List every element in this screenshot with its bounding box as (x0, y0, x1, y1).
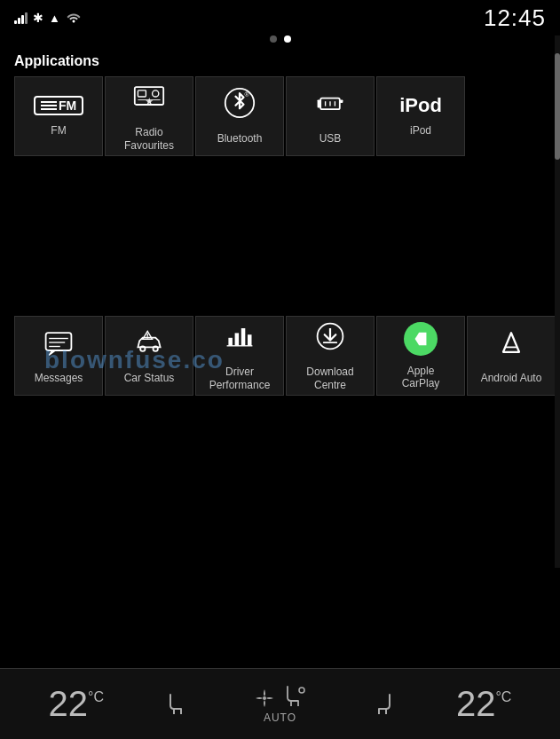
status-icons: ✱ ▲ (14, 11, 82, 26)
fan-seat-icons (254, 685, 307, 711)
svg-marker-29 (415, 332, 427, 345)
wifi-icon (66, 11, 82, 26)
page-indicator (0, 35, 560, 43)
apps-grid-row2: Messages Car Status (0, 316, 560, 396)
svg-point-2 (153, 90, 159, 97)
app-tile-car-status[interactable]: Car Status (105, 316, 193, 396)
climate-auto-control[interactable]: AUTO (254, 685, 307, 724)
app-tile-bluetooth[interactable]: ® Bluetooth (195, 76, 284, 156)
usb-label: USB (319, 132, 342, 145)
car-status-icon (133, 326, 165, 366)
gps-icon: ▲ (49, 12, 60, 25)
bluetooth-icon: ® (224, 87, 256, 127)
page-dot-1[interactable] (270, 35, 277, 43)
apps-grid-row1: FM FM RadioFavourites ® (0, 76, 560, 156)
svg-marker-4 (146, 98, 153, 105)
app-tile-driver-performance[interactable]: DriverPerformance (195, 316, 284, 396)
usb-icon (314, 87, 346, 127)
radio-favourites-icon (133, 81, 165, 121)
svg-rect-13 (46, 333, 72, 350)
temp-right-unit: °C (495, 689, 511, 705)
section-title-applications: Applications (0, 50, 560, 76)
download-centre-icon (314, 320, 346, 360)
seat-left-icon[interactable] (165, 691, 192, 718)
fm-icon: FM (34, 96, 83, 119)
car-status-label: Car Status (124, 372, 175, 384)
bottom-bar: 22 °C AUTO (0, 668, 560, 739)
app-tile-apple-carplay[interactable]: AppleCarPlay (376, 316, 465, 396)
page-dot-2[interactable] (284, 35, 291, 43)
temp-right-value: 22 (456, 684, 496, 724)
svg-point-18 (154, 347, 158, 351)
svg-point-20 (147, 338, 148, 339)
temp-left-value: 22 (49, 684, 89, 724)
apple-carplay-label: AppleCarPlay (402, 365, 440, 390)
bluetooth-status-icon: ✱ (33, 11, 43, 25)
svg-point-17 (140, 347, 145, 351)
driver-performance-icon (224, 320, 256, 360)
apple-carplay-icon-wrapper (404, 322, 438, 359)
temp-left-display: 22 °C (49, 684, 104, 724)
app-tile-android-auto[interactable]: Android Auto (467, 316, 556, 396)
scrollbar-thumb[interactable] (555, 53, 560, 160)
svg-point-32 (299, 688, 304, 693)
clock: 12:45 (484, 4, 546, 32)
app-tile-fm[interactable]: FM FM (14, 76, 103, 156)
scrollbar[interactable] (555, 35, 560, 568)
messages-icon (43, 326, 75, 366)
svg-point-31 (263, 696, 266, 700)
app-tile-ipod[interactable]: iPod iPod (376, 76, 465, 156)
svg-rect-21 (228, 338, 233, 346)
ipod-label: iPod (410, 124, 431, 137)
download-centre-label: DownloadCentre (306, 366, 353, 391)
app-tile-messages[interactable]: Messages (14, 316, 103, 396)
status-bar: ✱ ▲ 12:45 (0, 0, 560, 32)
temp-right-display: 22 °C (456, 684, 511, 724)
fm-label: FM (51, 124, 66, 137)
ipod-icon: iPod (399, 96, 442, 119)
app-tile-download-centre[interactable]: DownloadCentre (286, 316, 375, 396)
svg-rect-1 (138, 90, 146, 97)
svg-rect-23 (241, 328, 246, 346)
svg-text:®: ® (244, 90, 249, 98)
messages-label: Messages (35, 372, 83, 384)
svg-rect-9 (340, 100, 343, 104)
svg-rect-22 (235, 334, 240, 346)
temp-left-unit: °C (88, 689, 104, 705)
android-auto-icon (495, 326, 527, 366)
radio-favourites-label: RadioFavourites (124, 126, 174, 152)
bluetooth-label: Bluetooth (217, 132, 263, 145)
svg-rect-24 (248, 334, 252, 346)
auto-label: AUTO (264, 711, 296, 724)
svg-rect-8 (318, 100, 321, 108)
app-tile-radio-favourites[interactable]: RadioFavourites (105, 76, 193, 156)
driver-performance-label: DriverPerformance (209, 366, 271, 391)
seat-right-icon[interactable] (368, 691, 395, 718)
signal-icon (14, 12, 28, 24)
android-auto-label: Android Auto (481, 372, 542, 384)
app-tile-usb[interactable]: USB (286, 76, 375, 156)
